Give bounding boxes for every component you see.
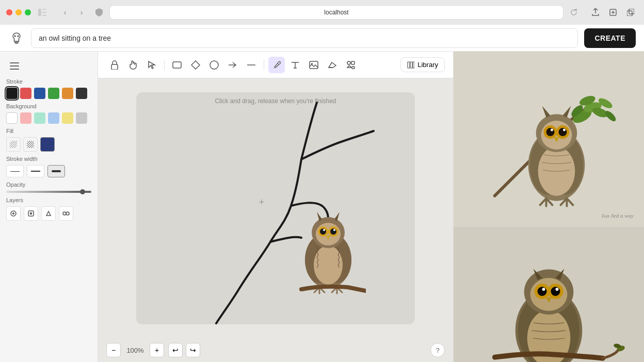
reference-image-bottom xyxy=(454,227,644,362)
browser-nav: ‹ › xyxy=(58,5,89,20)
layer-btn-4[interactable] xyxy=(59,206,73,221)
pen-tool[interactable] xyxy=(268,57,285,73)
svg-rect-3 xyxy=(42,15,46,16)
background-label: Background xyxy=(6,103,91,109)
svg-rect-0 xyxy=(38,9,41,16)
create-button[interactable]: CREATE xyxy=(584,28,636,48)
svg-rect-18 xyxy=(111,64,118,70)
fill-hatch[interactable] xyxy=(6,137,21,152)
opacity-slider-container[interactable] xyxy=(6,191,91,193)
svg-point-72 xyxy=(542,288,545,291)
diamond-tool[interactable] xyxy=(187,57,204,73)
image-tool[interactable] xyxy=(305,57,322,73)
svg-point-71 xyxy=(551,287,560,296)
svg-point-16 xyxy=(63,212,66,215)
zoom-in-button[interactable]: + xyxy=(150,343,164,357)
cursor-tool[interactable] xyxy=(143,57,160,73)
browser-chrome: ‹ › localhost xyxy=(0,0,644,25)
text-tool[interactable] xyxy=(287,57,303,73)
fill-solid[interactable] xyxy=(40,137,55,152)
library-label: Library xyxy=(417,61,438,69)
background-colors xyxy=(6,112,91,124)
eraser-tool[interactable] xyxy=(324,57,341,73)
fullscreen-button[interactable] xyxy=(25,9,31,15)
stroke-color-red[interactable] xyxy=(20,88,31,99)
layer-btn-2[interactable] xyxy=(24,206,38,221)
canvas-tools xyxy=(106,57,359,73)
layers-label: Layers xyxy=(6,197,91,203)
reload-icon[interactable] xyxy=(568,6,580,19)
svg-point-39 xyxy=(323,229,325,231)
stroke-colors xyxy=(6,88,91,99)
shield-icon xyxy=(93,6,105,19)
shape-library-tool[interactable] xyxy=(343,57,359,73)
stroke-thick[interactable] xyxy=(47,165,65,177)
canvas-drawing-svg xyxy=(136,92,415,324)
stroke-color-orange[interactable] xyxy=(62,88,73,99)
redo-button[interactable]: ↪ xyxy=(186,343,200,357)
svg-point-58 xyxy=(558,128,567,136)
lock-tool[interactable] xyxy=(106,57,123,73)
stroke-medium[interactable] xyxy=(27,165,44,177)
close-button[interactable] xyxy=(6,9,12,15)
svg-rect-6 xyxy=(629,9,634,14)
left-sidebar: Stroke Background Fill xyxy=(0,52,98,362)
svg-rect-25 xyxy=(352,67,355,69)
bg-color-yellow[interactable] xyxy=(62,112,73,124)
bg-color-sky[interactable] xyxy=(48,112,59,124)
sidebar-toggle-icon[interactable] xyxy=(35,5,50,20)
svg-point-59 xyxy=(551,129,553,131)
bg-color-transparent[interactable] xyxy=(6,112,18,124)
stroke-color-green[interactable] xyxy=(48,88,59,99)
address-bar[interactable]: localhost xyxy=(109,5,564,20)
menu-icon[interactable] xyxy=(6,58,23,74)
arrow-tool[interactable] xyxy=(224,57,241,73)
tabs-icon[interactable] xyxy=(623,5,638,20)
svg-rect-5 xyxy=(627,11,632,16)
drawing-canvas[interactable]: Click and drag, release when you're fini… xyxy=(136,92,415,324)
forward-button[interactable]: › xyxy=(74,5,89,20)
svg-point-23 xyxy=(347,61,350,64)
canvas-toolbar: Library xyxy=(98,52,453,78)
fill-label: Fill xyxy=(6,128,91,134)
stroke-thin[interactable] xyxy=(6,165,24,177)
svg-rect-9 xyxy=(10,62,19,63)
ref-caption-text: Ioa Ard a way xyxy=(602,212,634,219)
stroke-width-label: Stroke width xyxy=(6,156,91,162)
browser-actions xyxy=(588,5,638,20)
browser-titlebar: ‹ › localhost xyxy=(0,0,644,25)
prompt-input[interactable] xyxy=(31,28,578,48)
canvas-workspace[interactable]: Click and drag, release when you're fini… xyxy=(98,78,453,338)
svg-rect-26 xyxy=(408,62,410,68)
zoom-controls: − 100% + ↩ ↪ xyxy=(106,343,200,357)
zoom-out-button[interactable]: − xyxy=(106,343,121,357)
fill-crosshatch[interactable] xyxy=(23,137,38,152)
bg-color-mint[interactable] xyxy=(34,112,45,124)
svg-point-60 xyxy=(563,129,566,131)
back-button[interactable]: ‹ xyxy=(58,5,72,20)
svg-rect-15 xyxy=(30,212,32,215)
rectangle-tool[interactable] xyxy=(169,57,185,73)
layer-btn-1[interactable] xyxy=(6,206,21,221)
svg-point-40 xyxy=(333,229,335,231)
layer-btn-3[interactable] xyxy=(41,206,56,221)
stroke-color-blue[interactable] xyxy=(34,88,45,99)
bg-color-gray[interactable] xyxy=(76,112,87,124)
share-icon[interactable] xyxy=(588,5,603,20)
stroke-color-black[interactable] xyxy=(6,88,18,99)
bg-color-pink[interactable] xyxy=(20,112,31,124)
svg-point-8 xyxy=(18,35,19,37)
stroke-width-options xyxy=(6,165,91,177)
fill-options xyxy=(6,137,91,152)
line-tool[interactable] xyxy=(243,57,260,73)
svg-point-20 xyxy=(210,61,218,69)
reference-images: Ioa Ard a way xyxy=(454,52,644,362)
stroke-color-dark[interactable] xyxy=(76,88,87,99)
help-button[interactable]: ? xyxy=(430,343,445,357)
new-tab-icon[interactable] xyxy=(606,5,620,20)
library-button[interactable]: Library xyxy=(400,57,445,72)
undo-button[interactable]: ↩ xyxy=(168,343,183,357)
hand-tool[interactable] xyxy=(125,57,141,73)
minimize-button[interactable] xyxy=(15,9,22,15)
ellipse-tool[interactable] xyxy=(206,57,222,73)
